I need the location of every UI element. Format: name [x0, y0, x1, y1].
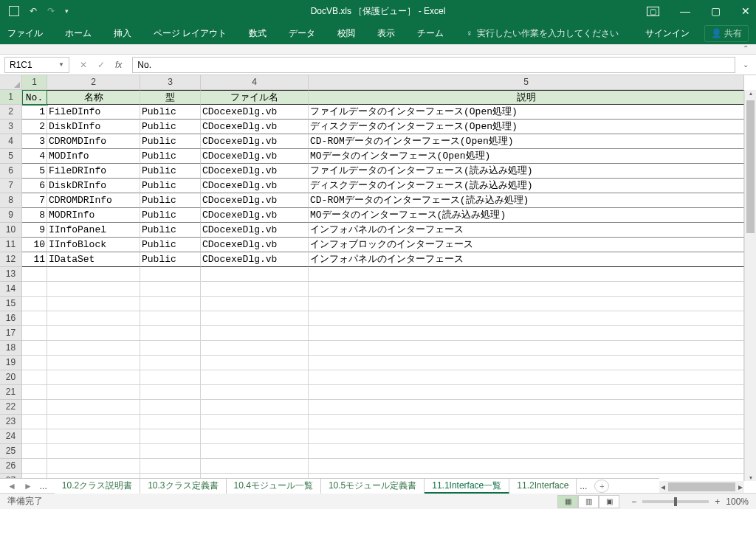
close-icon[interactable]: ✕: [741, 5, 750, 17]
cell[interactable]: [140, 267, 201, 282]
tab-insert[interactable]: 挿入: [114, 27, 131, 40]
cell[interactable]: CDocexeDlg.vb: [201, 208, 309, 223]
tab-formulas[interactable]: 数式: [249, 27, 267, 40]
cell[interactable]: [140, 444, 201, 459]
cell[interactable]: [309, 415, 744, 429]
share-button[interactable]: 👤 共有: [704, 25, 749, 42]
cell[interactable]: Public: [140, 179, 201, 193]
cell[interactable]: [140, 356, 201, 370]
cell[interactable]: Public: [140, 208, 201, 223]
cell[interactable]: [309, 267, 744, 282]
undo-icon[interactable]: ↶: [30, 6, 37, 16]
ribbon-options-icon[interactable]: ▢: [647, 7, 659, 16]
row-header-10[interactable]: 10: [0, 223, 21, 238]
cell[interactable]: [201, 311, 309, 326]
row-header-3[interactable]: 3: [0, 120, 21, 134]
select-all-corner[interactable]: [0, 75, 22, 90]
cell[interactable]: ファイルデータのインターフェース(Open処理): [309, 105, 744, 120]
cell[interactable]: 9: [22, 223, 47, 238]
cell[interactable]: 10: [22, 238, 47, 252]
cell[interactable]: [201, 356, 309, 370]
cell[interactable]: MODRInfo: [47, 208, 140, 223]
cell[interactable]: [309, 459, 744, 474]
cell[interactable]: Public: [140, 238, 201, 252]
row-header-18[interactable]: 18: [0, 341, 21, 356]
col-header-4[interactable]: 4: [201, 75, 309, 89]
cell[interactable]: [47, 297, 140, 311]
cell[interactable]: [201, 459, 309, 474]
sheet-tab[interactable]: 10.3クラス定義書: [140, 479, 226, 494]
cell[interactable]: [309, 297, 744, 311]
cell[interactable]: CDocexeDlg.vb: [201, 164, 309, 179]
row-header-25[interactable]: 25: [0, 444, 21, 459]
row-header-6[interactable]: 6: [0, 164, 21, 179]
cell[interactable]: [201, 370, 309, 385]
zoom-out-button[interactable]: −: [631, 497, 636, 507]
sheet-tab[interactable]: 11.1Interface一覧: [425, 479, 509, 494]
cell[interactable]: [140, 385, 201, 400]
cell[interactable]: 3: [22, 134, 47, 149]
cell[interactable]: [22, 415, 47, 429]
cell[interactable]: 名称: [47, 90, 140, 105]
cell[interactable]: [309, 444, 744, 459]
row-header-8[interactable]: 8: [0, 193, 21, 208]
row-header-26[interactable]: 26: [0, 459, 21, 474]
tab-pagelayout[interactable]: ページ レイアウト: [154, 27, 227, 40]
redo-icon[interactable]: ↷: [47, 6, 55, 16]
cell[interactable]: [309, 385, 744, 400]
cell[interactable]: CDocexeDlg.vb: [201, 179, 309, 193]
cell[interactable]: インフォパネルのインターフェース: [309, 252, 744, 267]
scroll-thumb[interactable]: [668, 483, 735, 491]
zoom-level[interactable]: 100%: [726, 497, 749, 507]
cell[interactable]: CD-ROMデータのインターフェース(読み込み処理): [309, 193, 744, 208]
cell[interactable]: IDataSet: [47, 252, 140, 267]
row-header-5[interactable]: 5: [0, 149, 21, 164]
cell[interactable]: [22, 385, 47, 400]
cell[interactable]: 2: [22, 120, 47, 134]
cell[interactable]: [140, 311, 201, 326]
cell[interactable]: [22, 356, 47, 370]
cell[interactable]: [22, 400, 47, 415]
qat-dropdown-icon[interactable]: ▾: [65, 7, 69, 15]
view-pagelayout-icon[interactable]: ▥: [578, 495, 599, 508]
cell[interactable]: [201, 297, 309, 311]
sheet-nav-more[interactable]: ...: [40, 481, 47, 491]
cell[interactable]: [140, 429, 201, 444]
cell[interactable]: [309, 341, 744, 356]
tab-file[interactable]: ファイル: [7, 27, 43, 40]
tab-view[interactable]: 表示: [377, 27, 395, 40]
cell[interactable]: [22, 429, 47, 444]
add-sheet-icon[interactable]: +: [594, 480, 609, 493]
cell[interactable]: [47, 267, 140, 282]
cell[interactable]: MOデータのインターフェース(読み込み処理): [309, 208, 744, 223]
cell[interactable]: [22, 444, 47, 459]
cell-area[interactable]: No.名称型ファイル名説明1FileDInfoPublicCDocexeDlg.…: [22, 90, 744, 481]
cell[interactable]: MODInfo: [47, 149, 140, 164]
view-pagebreak-icon[interactable]: ▣: [599, 495, 619, 508]
cell[interactable]: Public: [140, 193, 201, 208]
row-header-21[interactable]: 21: [0, 385, 21, 400]
cell[interactable]: ファイル名: [201, 90, 309, 105]
cell[interactable]: CDocexeDlg.vb: [201, 134, 309, 149]
col-header-1[interactable]: 1: [22, 75, 47, 89]
cell[interactable]: [22, 459, 47, 474]
row-header-2[interactable]: 2: [0, 105, 21, 120]
sheet-nav-prev-icon[interactable]: ◄: [7, 481, 16, 491]
maximize-icon[interactable]: ▢: [711, 5, 721, 17]
col-header-3[interactable]: 3: [140, 75, 201, 89]
cell[interactable]: [22, 297, 47, 311]
cell[interactable]: [47, 282, 140, 297]
cell[interactable]: [47, 370, 140, 385]
row-header-13[interactable]: 13: [0, 267, 21, 282]
cell[interactable]: CDocexeDlg.vb: [201, 105, 309, 120]
cell[interactable]: [47, 385, 140, 400]
sheet-tab[interactable]: 11.2Interface: [509, 479, 577, 494]
cell[interactable]: FileDRInfo: [47, 164, 140, 179]
tab-team[interactable]: チーム: [417, 27, 444, 40]
cell[interactable]: FileDInfo: [47, 105, 140, 120]
row-header-9[interactable]: 9: [0, 208, 21, 223]
cell[interactable]: 11: [22, 252, 47, 267]
row-header-11[interactable]: 11: [0, 238, 21, 252]
cell[interactable]: [47, 429, 140, 444]
cell[interactable]: [47, 311, 140, 326]
